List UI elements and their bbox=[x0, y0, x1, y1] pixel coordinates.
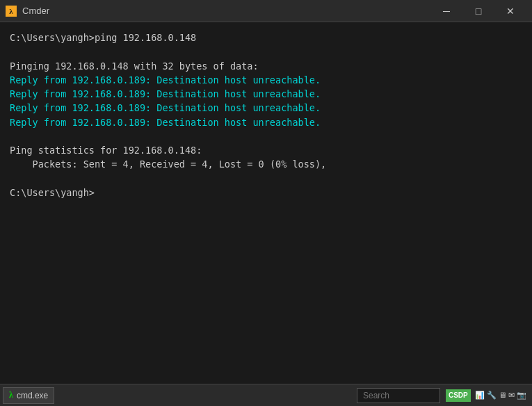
minimize-button[interactable]: ─ bbox=[430, 0, 462, 22]
taskbar-right-area: CSDP 📊 🔧 🖥 ✉ 📷 bbox=[446, 389, 529, 402]
taskbar-tab-cmd[interactable]: λ cmd.exe bbox=[3, 387, 54, 404]
maximize-button[interactable]: □ bbox=[462, 0, 494, 22]
window-title: Cmder bbox=[22, 6, 430, 16]
csdp-badge: CSDP bbox=[446, 389, 471, 402]
search-input[interactable] bbox=[357, 388, 440, 403]
tab-icon: λ bbox=[9, 390, 13, 400]
search-area bbox=[357, 388, 440, 403]
close-button[interactable]: ✕ bbox=[494, 0, 526, 22]
right-text: 📊 🔧 🖥 ✉ 📷 bbox=[472, 391, 529, 400]
app-icon: λ bbox=[6, 6, 17, 17]
tab-label: cmd.exe bbox=[17, 391, 48, 400]
terminal-area[interactable]: C:\Users\yangh>ping 192.168.0.148 Pingin… bbox=[0, 22, 532, 384]
terminal-output: C:\Users\yangh>ping 192.168.0.148 Pingin… bbox=[10, 31, 522, 200]
window-controls: ─ □ ✕ bbox=[430, 0, 526, 22]
taskbar: λ cmd.exe CSDP 📊 🔧 🖥 ✉ 📷 bbox=[0, 384, 532, 406]
titlebar: λ Cmder ─ □ ✕ bbox=[0, 0, 532, 22]
